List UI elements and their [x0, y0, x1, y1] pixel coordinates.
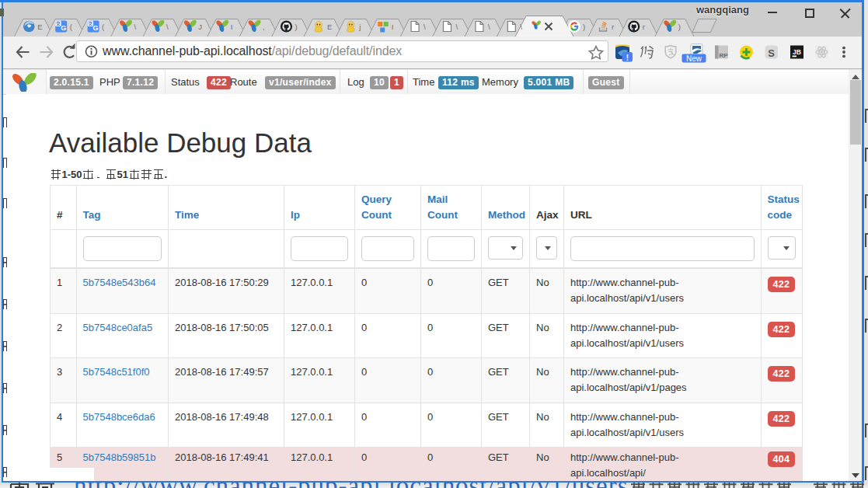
- svg-text:RP: RP: [719, 51, 728, 58]
- svg-text:I: I: [231, 23, 233, 31]
- svg-text:): ): [295, 23, 298, 31]
- svg-text:j: j: [358, 23, 361, 31]
- svg-text:r: r: [643, 23, 645, 31]
- svg-text:,: ,: [263, 23, 265, 31]
- svg-text:!: !: [626, 53, 629, 61]
- svg-text:\: \: [456, 23, 458, 31]
- svg-text:\: \: [488, 23, 490, 31]
- svg-text:E: E: [37, 23, 42, 31]
- svg-text:\: \: [424, 23, 426, 31]
- svg-text:S: S: [768, 47, 775, 59]
- svg-text:): ): [583, 23, 585, 31]
- svg-text:\: \: [166, 23, 169, 31]
- svg-text:E: E: [327, 23, 332, 31]
- svg-text:G: G: [93, 24, 99, 32]
- svg-text:G: G: [61, 24, 66, 32]
- svg-text:\: \: [134, 23, 137, 31]
- svg-text:New: New: [686, 54, 702, 62]
- svg-text:): ): [678, 23, 681, 31]
- svg-text:r: r: [612, 23, 614, 31]
- svg-text:J: J: [198, 23, 202, 31]
- svg-text:JB: JB: [793, 47, 801, 55]
- svg-text:I: I: [392, 23, 394, 31]
- svg-text:\: \: [520, 23, 522, 31]
